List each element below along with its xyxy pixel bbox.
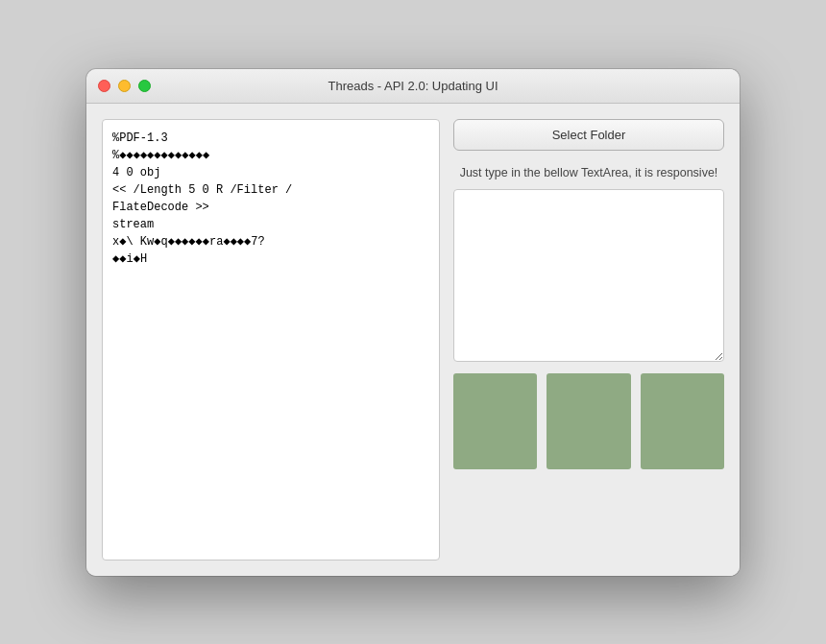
image-placeholder-2	[547, 373, 630, 469]
image-placeholder-3	[641, 373, 724, 469]
pdf-content: %PDF-1.3 %◆◆◆◆◆◆◆◆◆◆◆◆◆ 4 0 obj << /Leng…	[112, 130, 429, 268]
select-folder-button[interactable]: Select Folder	[453, 119, 724, 151]
close-button[interactable]	[98, 80, 110, 92]
maximize-button[interactable]	[138, 80, 151, 92]
right-panel: Select Folder Just type in the bellow Te…	[453, 119, 724, 561]
left-panel: %PDF-1.3 %◆◆◆◆◆◆◆◆◆◆◆◆◆ 4 0 obj << /Leng…	[102, 119, 440, 561]
app-window: Threads - API 2.0: Updating UI %PDF-1.3 …	[86, 69, 740, 576]
responsive-textarea[interactable]	[453, 189, 724, 362]
window-body: %PDF-1.3 %◆◆◆◆◆◆◆◆◆◆◆◆◆ 4 0 obj << /Leng…	[86, 104, 740, 576]
minimize-button[interactable]	[118, 80, 131, 92]
window-title: Threads - API 2.0: Updating UI	[328, 79, 498, 93]
titlebar: Threads - API 2.0: Updating UI	[86, 69, 740, 104]
traffic-lights	[98, 80, 151, 92]
textarea-hint: Just type in the bellow TextArea, it is …	[453, 162, 724, 183]
textarea-section: Just type in the bellow TextArea, it is …	[453, 162, 724, 362]
image-grid	[453, 373, 724, 469]
image-placeholder-1	[453, 373, 537, 469]
